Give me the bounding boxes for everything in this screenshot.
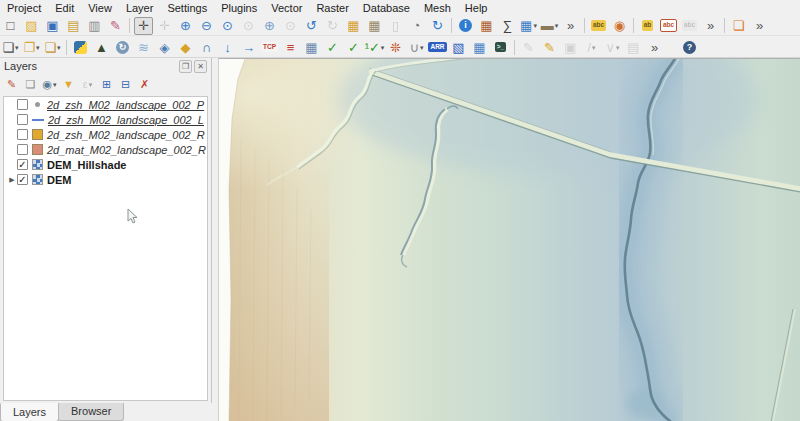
toolbar-overflow-icon[interactable]: » (750, 17, 769, 35)
layer-visibility-checkbox[interactable] (17, 114, 28, 125)
menu-help[interactable]: Help (458, 1, 495, 15)
layer-name[interactable]: 2d_zsh_M02_landscape_002_P (47, 99, 204, 111)
pin-labels-icon[interactable]: ab (638, 17, 657, 35)
grass-plugin-icon[interactable]: ∩ (197, 38, 216, 56)
zoom-to-layer-icon[interactable]: ⊕ (260, 17, 279, 35)
add-raster-layer-icon[interactable]: ❏▾ (43, 38, 62, 56)
move-label-icon[interactable]: abc (680, 17, 699, 35)
dropdown-caret-icon[interactable]: ▾ (36, 44, 40, 51)
new-print-layout-icon[interactable]: ▤ (64, 17, 83, 35)
add-group-icon[interactable]: ❏ (22, 76, 39, 92)
show-sum-icon[interactable]: ∑ (498, 17, 517, 35)
zoom-in-icon[interactable]: ⊕ (176, 17, 195, 35)
dropdown-caret-icon[interactable]: ▾ (381, 44, 385, 51)
profile-tool-icon[interactable]: ≡ (281, 38, 300, 56)
tcp-plugin-icon[interactable]: TCP (260, 38, 279, 56)
layout-manager-icon[interactable]: ▥ (85, 17, 104, 35)
style-manager-icon[interactable]: ✎ (106, 17, 125, 35)
import-plugin-icon[interactable]: → (239, 38, 258, 56)
arr-plugin-icon[interactable]: ARR (428, 38, 447, 56)
console-plugin-icon[interactable]: >_ (491, 38, 510, 56)
menu-plugins[interactable]: Plugins (214, 1, 264, 15)
vertex-tool-icon[interactable]: ∨▾ (603, 38, 622, 56)
layer-name[interactable]: DEM (47, 174, 71, 186)
save-project-icon[interactable]: ▣ (43, 17, 62, 35)
layer-item[interactable]: 2d_zsh_M02_landscape_002_R (4, 127, 207, 142)
tab-browser[interactable]: Browser (58, 403, 124, 421)
map-swipe-plugin-icon[interactable]: ▦ (302, 38, 321, 56)
toolbar-overflow-icon[interactable]: » (561, 17, 580, 35)
layer-diagram-icon[interactable]: ◉ (610, 17, 629, 35)
topology-plugin-icon[interactable]: ◈ (155, 38, 174, 56)
layer-name[interactable]: 2d_zsh_M02_landscape_002_R (47, 129, 205, 141)
current-edits-icon[interactable]: ✎ (519, 38, 538, 56)
toolbar-overflow-icon[interactable]: » (645, 38, 664, 56)
dropdown-caret-icon[interactable]: ▾ (592, 44, 596, 51)
tornado-plugin-icon[interactable]: ≋ (134, 38, 153, 56)
manage-map-themes-icon[interactable]: ◉▾ (41, 76, 58, 92)
toolbar-overflow-icon[interactable]: » (701, 17, 720, 35)
dropdown-caret-icon[interactable]: ▾ (420, 44, 424, 51)
zoom-full-extent-icon[interactable]: ⊙ (218, 17, 237, 35)
new-3d-map-view-icon[interactable]: ▦ (365, 17, 384, 35)
dropdown-caret-icon[interactable]: ▾ (555, 22, 559, 29)
measure-icon[interactable]: ▬▾ (540, 17, 559, 35)
menu-database[interactable]: Database (356, 1, 417, 15)
collapse-all-icon[interactable]: ⊟ (117, 76, 134, 92)
undock-panel-icon[interactable]: ❐ (179, 60, 192, 73)
open-layer-styling-icon[interactable]: ✎ (3, 76, 20, 92)
duplicate-layer-icon[interactable]: ❏ (729, 17, 748, 35)
dropdown-caret-icon[interactable]: ▾ (57, 44, 61, 51)
mesh-grid-plugin-icon[interactable]: ▦ (470, 38, 489, 56)
layer-item[interactable]: ▶✓DEM (4, 172, 207, 187)
zoom-out-icon[interactable]: ⊖ (197, 17, 216, 35)
layer-visibility-checkbox[interactable] (17, 99, 28, 110)
check-validity-icon[interactable]: ✓ (344, 38, 363, 56)
check-one-icon[interactable]: ¹✓▾ (365, 38, 384, 56)
toggle-editing-icon[interactable]: ✎ (540, 38, 559, 56)
menu-view[interactable]: View (81, 1, 119, 15)
layer-item[interactable]: 2d_zsh_M02_landscape_002_P (4, 97, 207, 112)
menu-raster[interactable]: Raster (309, 1, 355, 15)
dropdown-caret-icon[interactable]: ▾ (53, 81, 57, 88)
expand-all-icon[interactable]: ⊞ (98, 76, 115, 92)
new-map-view-icon[interactable]: ▦ (344, 17, 363, 35)
map-canvas[interactable] (218, 58, 800, 421)
globe-plugin-icon[interactable]: ↻ (113, 38, 132, 56)
layer-visibility-checkbox[interactable]: ✓ (17, 174, 28, 185)
menu-project[interactable]: Project (0, 1, 48, 15)
dropdown-caret-icon[interactable]: ▾ (616, 44, 620, 51)
expander-icon[interactable]: ▶ (7, 176, 17, 184)
layer-visibility-checkbox[interactable] (17, 129, 28, 140)
menu-mesh[interactable]: Mesh (417, 1, 458, 15)
tab-layers[interactable]: Layers (0, 403, 59, 421)
layer-item[interactable]: 2d_zsh_M02_landscape_002_L (4, 112, 207, 127)
field-notes-icon[interactable]: ▤ (624, 38, 643, 56)
help-icon[interactable]: ? (680, 38, 699, 56)
dropdown-caret-icon[interactable]: ▾ (533, 22, 537, 29)
close-panel-icon[interactable]: ✕ (194, 60, 207, 73)
python-console-icon[interactable] (71, 38, 90, 56)
zoom-next-icon[interactable]: ↻ (323, 17, 342, 35)
zoom-to-selection-icon[interactable]: ⊙ (239, 17, 258, 35)
dropdown-caret-icon[interactable]: ▾ (89, 81, 93, 88)
report-plugin-icon[interactable]: ▧ (449, 38, 468, 56)
statistical-summary-icon[interactable]: ▦ (477, 17, 496, 35)
layer-name[interactable]: 2d_mat_M02_landscape_002_R (47, 144, 206, 156)
layer-item[interactable]: 2d_mat_M02_landscape_002_R (4, 142, 207, 157)
pan-to-selection-icon[interactable]: ✛ (155, 17, 174, 35)
filter-legend-icon[interactable]: ▼ (60, 76, 77, 92)
attachment-plugin-icon[interactable]: ∪▾ (407, 38, 426, 56)
layer-visibility-checkbox[interactable] (17, 144, 28, 155)
layer-visibility-checkbox[interactable]: ✓ (17, 159, 28, 170)
identify-features-icon[interactable]: i (456, 17, 475, 35)
terrain-plugin-icon[interactable]: ▲ (92, 38, 111, 56)
layer-item[interactable]: ✓DEM_Hillshade (4, 157, 207, 172)
pan-map-icon[interactable]: ✛ (134, 17, 153, 35)
zoom-native-icon[interactable]: ⊙ (281, 17, 300, 35)
attribute-table-icon[interactable]: ▦▾ (519, 17, 538, 35)
menu-vector[interactable]: Vector (264, 1, 309, 15)
temporal-controller-icon[interactable]: ◔ (407, 17, 426, 35)
data-source-manager-icon[interactable]: ❏▾ (1, 38, 20, 56)
refresh-map-icon[interactable]: ↻ (428, 17, 447, 35)
